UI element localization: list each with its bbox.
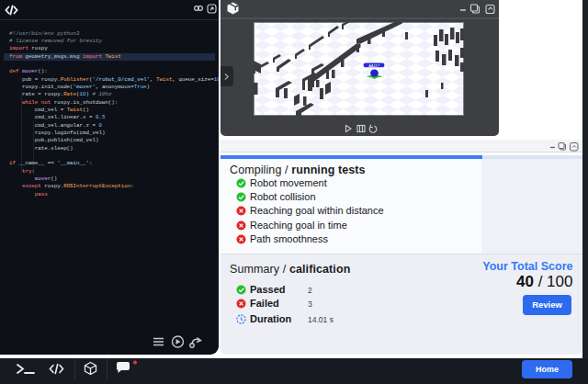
svg-text:AA11?: AA11? [368, 63, 379, 68]
